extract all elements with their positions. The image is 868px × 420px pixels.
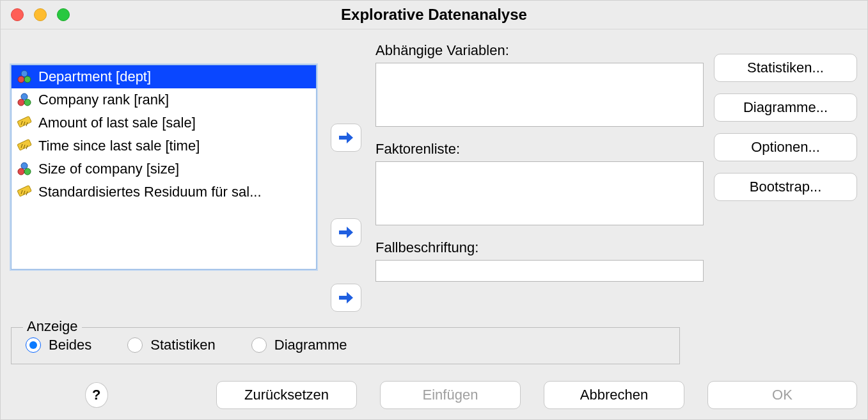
svg-point-3 bbox=[21, 93, 28, 100]
variable-item[interactable]: Amount of last sale [sale] bbox=[12, 111, 316, 134]
variable-label: Company rank [rank] bbox=[38, 92, 311, 108]
caselabel-label: Fallbeschriftung: bbox=[375, 239, 704, 256]
radio-icon bbox=[251, 337, 267, 353]
display-both-label: Beides bbox=[49, 337, 91, 353]
side-buttons: Statistiken... Diagramme... Optionen... … bbox=[714, 54, 857, 312]
maximize-window-button[interactable] bbox=[57, 8, 70, 21]
dialog-content: Department [dept]Company rank [rank]Amou… bbox=[1, 29, 867, 419]
factor-list[interactable] bbox=[375, 161, 704, 225]
nominal-measure-icon bbox=[17, 70, 33, 84]
close-window-button[interactable] bbox=[11, 8, 24, 21]
caselabel-field[interactable] bbox=[375, 260, 704, 282]
top-area: Department [dept]Company rank [rank]Amou… bbox=[11, 42, 857, 312]
window-title: Explorative Datenanalyse bbox=[1, 6, 867, 24]
traffic-lights bbox=[1, 8, 70, 21]
dependent-variable-list[interactable] bbox=[375, 63, 704, 127]
variable-item[interactable]: Department [dept] bbox=[12, 65, 316, 88]
minimize-window-button[interactable] bbox=[34, 8, 47, 21]
svg-point-4 bbox=[18, 99, 24, 106]
paste-button[interactable]: Einfügen bbox=[380, 381, 521, 409]
options-button[interactable]: Optionen... bbox=[714, 133, 857, 161]
variable-item[interactable]: Company rank [rank] bbox=[12, 88, 316, 111]
bootstrap-button[interactable]: Bootstrap... bbox=[714, 173, 857, 201]
svg-rect-17 bbox=[17, 185, 31, 197]
radio-icon bbox=[26, 337, 41, 353]
svg-point-2 bbox=[24, 76, 31, 83]
scale-measure-icon bbox=[17, 185, 33, 199]
dependent-label: Abhängige Variablen: bbox=[375, 42, 704, 59]
display-plots-radio[interactable]: Diagramme bbox=[251, 337, 347, 353]
bottom-bar: ? Zurücksetzen Einfügen Abbrechen OK bbox=[11, 381, 857, 409]
variable-label: Time since last sale [time] bbox=[38, 138, 311, 154]
arrow-right-icon bbox=[338, 290, 354, 305]
svg-point-5 bbox=[24, 99, 31, 106]
nominal-measure-icon bbox=[17, 162, 33, 176]
svg-point-0 bbox=[21, 70, 28, 77]
display-stats-radio[interactable]: Statistiken bbox=[127, 337, 216, 353]
ok-button[interactable]: OK bbox=[707, 381, 857, 409]
variable-label: Amount of last sale [sale] bbox=[38, 115, 311, 131]
reset-button[interactable]: Zurücksetzen bbox=[216, 381, 357, 409]
nominal-measure-icon bbox=[17, 93, 33, 107]
variable-label: Size of company [size] bbox=[38, 161, 311, 177]
move-to-dependent-button[interactable] bbox=[331, 124, 361, 152]
dialog-window: Explorative Datenanalyse Department [dep… bbox=[0, 0, 868, 420]
display-legend: Anzeige bbox=[23, 318, 82, 335]
display-both-radio[interactable]: Beides bbox=[26, 337, 91, 353]
display-stats-label: Statistiken bbox=[150, 337, 216, 353]
factor-list-label: Faktorenliste: bbox=[375, 141, 704, 158]
move-to-factor-button[interactable] bbox=[331, 218, 361, 246]
display-radio-row: Beides Statistiken Diagramme bbox=[26, 337, 665, 353]
scale-measure-icon bbox=[17, 116, 33, 130]
plots-button[interactable]: Diagramme... bbox=[714, 93, 857, 122]
variable-item[interactable]: Standardisiertes Residuum für sal... bbox=[12, 181, 316, 204]
titlebar: Explorative Datenanalyse bbox=[1, 1, 867, 29]
variable-label: Standardisiertes Residuum für sal... bbox=[38, 184, 311, 200]
transfer-column bbox=[327, 65, 365, 312]
svg-point-15 bbox=[18, 168, 24, 175]
variable-item[interactable]: Size of company [size] bbox=[12, 158, 316, 181]
cancel-button[interactable]: Abbrechen bbox=[544, 381, 684, 409]
svg-point-16 bbox=[24, 168, 31, 175]
svg-point-1 bbox=[18, 76, 24, 83]
move-to-caselabel-button[interactable] bbox=[331, 284, 361, 312]
help-button[interactable]: ? bbox=[85, 382, 108, 408]
source-variable-list[interactable]: Department [dept]Company rank [rank]Amou… bbox=[11, 65, 317, 270]
statistics-button[interactable]: Statistiken... bbox=[714, 54, 857, 82]
radio-icon bbox=[127, 337, 143, 353]
display-group: Anzeige Beides Statistiken Diagramme bbox=[11, 327, 680, 364]
arrow-right-icon bbox=[338, 130, 354, 145]
variable-item[interactable]: Time since last sale [time] bbox=[12, 134, 316, 158]
svg-rect-6 bbox=[17, 116, 31, 127]
scale-measure-icon bbox=[17, 139, 33, 153]
svg-rect-10 bbox=[17, 139, 31, 150]
targets-column: Abhängige Variablen: Faktorenliste: Fall… bbox=[375, 42, 704, 312]
svg-point-14 bbox=[21, 163, 28, 169]
variable-label: Department [dept] bbox=[38, 69, 311, 85]
arrow-right-icon bbox=[338, 225, 354, 240]
display-plots-label: Diagramme bbox=[274, 337, 347, 353]
